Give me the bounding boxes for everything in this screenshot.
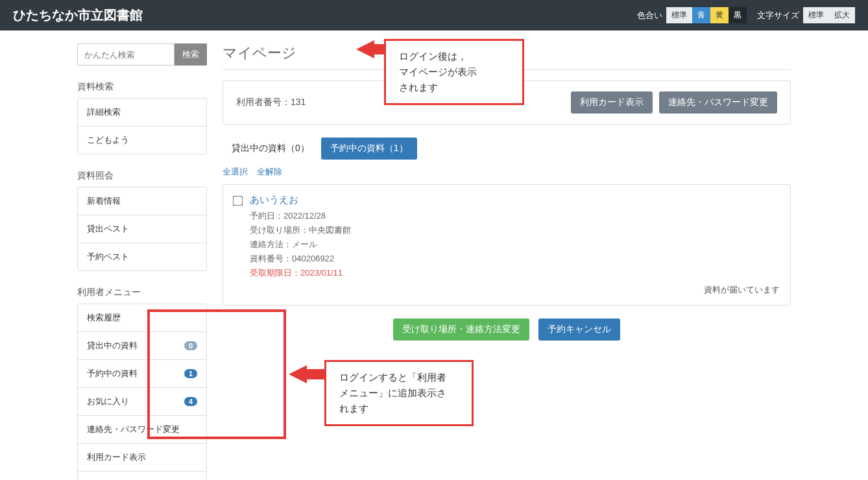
reservation-card: あいうえお 予約日：2022/12/28 受け取り場所：中央図書館 連絡方法：メ… bbox=[223, 184, 791, 306]
sidebar-item[interactable]: 予約中の資料1 bbox=[78, 360, 206, 388]
sidebar-item-label: 予約中の資料 bbox=[87, 368, 138, 379]
fontsize-standard[interactable]: 標準 bbox=[803, 7, 829, 23]
sidebar-item-label: 連絡先・パスワード変更 bbox=[87, 424, 180, 435]
reservation-status: 資料が届いています bbox=[234, 284, 780, 296]
cancel-reservation-button[interactable]: 予約キャンセル bbox=[538, 318, 620, 341]
sidebar-item[interactable]: 貸出ベスト bbox=[78, 215, 206, 243]
reservation-details: 予約日：2022/12/28 受け取り場所：中央図書館 連絡方法：メール 資料番… bbox=[250, 209, 351, 280]
fontsize-control: 文字サイズ 標準 拡大 bbox=[757, 7, 855, 23]
arrow-tail bbox=[373, 44, 385, 54]
arrow-left-icon bbox=[289, 365, 307, 383]
side-section: 資料照会新着情報貸出ベスト予約ベスト bbox=[77, 170, 207, 271]
show-card-button[interactable]: 利用カード表示 bbox=[571, 91, 653, 114]
count-badge: 4 bbox=[184, 397, 197, 406]
side-list: 新着情報貸出ベスト予約ベスト bbox=[77, 187, 207, 271]
sidebar-item[interactable]: 予約ベスト bbox=[78, 243, 206, 270]
side-section: 資料検索詳細検索こどもよう bbox=[77, 81, 207, 154]
side-list: 詳細検索こどもよう bbox=[77, 98, 207, 154]
user-number: 利用者番号：131 bbox=[236, 97, 306, 108]
color-yellow[interactable]: 黄 bbox=[710, 7, 729, 23]
sidebar-item-label: 予約ベスト bbox=[87, 251, 129, 263]
change-contact-button[interactable]: 連絡先・パスワード変更 bbox=[659, 91, 777, 114]
top-bar: ひたちなか市立図書館 色合い 標準 青 黄 黒 文字サイズ 標準 拡大 bbox=[0, 0, 868, 30]
callout-bottom: ログインすると「利用者 メニュー」に追加表示さ れます bbox=[324, 360, 474, 426]
change-pickup-button[interactable]: 受け取り場所・連絡方法変更 bbox=[393, 318, 529, 341]
sidebar-item-label: 検索履歴 bbox=[87, 312, 121, 324]
deselect-all-link[interactable]: 全解除 bbox=[257, 167, 282, 176]
sidebar-item[interactable]: 検索履歴 bbox=[78, 304, 206, 332]
color-standard[interactable]: 標準 bbox=[666, 7, 692, 23]
arrow-tail bbox=[306, 369, 325, 379]
select-controls: 全選択 全解除 bbox=[223, 166, 791, 178]
side-heading: 資料照会 bbox=[77, 170, 207, 182]
color-blue[interactable]: 青 bbox=[692, 7, 710, 23]
fontsize-label: 文字サイズ bbox=[757, 10, 799, 21]
sidebar-item[interactable]: 連絡先・パスワード変更 bbox=[78, 416, 206, 444]
side-list: 検索履歴貸出中の資料0予約中の資料1お気に入り4連絡先・パスワード変更利用カード… bbox=[77, 304, 207, 480]
reservation-actions: 受け取り場所・連絡方法変更 予約キャンセル bbox=[223, 318, 791, 341]
side-section: 利用者メニュー検索履歴貸出中の資料0予約中の資料1お気に入り4連絡先・パスワード… bbox=[77, 287, 207, 480]
fontsize-large[interactable]: 拡大 bbox=[829, 7, 855, 23]
tab-lending[interactable]: 貸出中の資料（0） bbox=[223, 138, 319, 160]
search-input[interactable] bbox=[77, 43, 175, 66]
pickup-location: 受け取り場所：中央図書館 bbox=[250, 223, 351, 237]
sidebar-item-label: 貸出中の資料 bbox=[87, 340, 138, 352]
sidebar-item-label: こどもよう bbox=[87, 134, 129, 146]
sidebar-item[interactable]: 新着情報 bbox=[78, 187, 206, 215]
sidebar-item[interactable]: 利用カード表示 bbox=[78, 444, 206, 472]
side-heading: 資料検索 bbox=[77, 81, 207, 93]
sidebar-item[interactable]: ログアウト bbox=[78, 472, 206, 480]
sidebar-item[interactable]: 貸出中の資料0 bbox=[78, 332, 206, 360]
reserve-date: 予約日：2022/12/28 bbox=[250, 209, 351, 223]
sidebar-item-label: 詳細検索 bbox=[87, 106, 121, 118]
search-button[interactable]: 検索 bbox=[175, 43, 207, 66]
color-label: 色合い bbox=[637, 10, 662, 21]
site-title: ひたちなか市立図書館 bbox=[13, 6, 143, 24]
sidebar-item-label: 新着情報 bbox=[87, 195, 121, 207]
contact-method: 連絡方法：メール bbox=[250, 237, 351, 252]
callout-top: ログイン後は， マイページが表示 されます bbox=[384, 39, 524, 105]
quick-search: 検索 bbox=[77, 43, 207, 66]
tab-reservation[interactable]: 予約中の資料（1） bbox=[321, 138, 417, 160]
count-badge: 1 bbox=[184, 369, 197, 378]
side-heading: 利用者メニュー bbox=[77, 287, 207, 298]
sidebar-item[interactable]: 詳細検索 bbox=[78, 99, 206, 126]
tabs: 貸出中の資料（0） 予約中の資料（1） bbox=[223, 138, 791, 160]
count-badge: 0 bbox=[184, 341, 197, 350]
reservation-checkbox[interactable] bbox=[233, 196, 243, 206]
sidebar-item-label: 利用カード表示 bbox=[87, 451, 146, 463]
sidebar-item[interactable]: こどもよう bbox=[78, 126, 206, 154]
color-control: 色合い 標準 青 黄 黒 bbox=[637, 7, 747, 23]
sidebar-item[interactable]: お気に入り4 bbox=[78, 388, 206, 416]
select-all-link[interactable]: 全選択 bbox=[223, 167, 248, 176]
sidebar: 検索 資料検索詳細検索こどもよう資料照会新着情報貸出ベスト予約ベスト利用者メニュ… bbox=[77, 43, 207, 480]
color-black[interactable]: 黒 bbox=[729, 7, 747, 23]
pickup-due: 受取期限日：2023/01/11 bbox=[250, 266, 351, 280]
sidebar-item-label: お気に入り bbox=[87, 396, 129, 407]
display-controls: 色合い 標準 青 黄 黒 文字サイズ 標準 拡大 bbox=[637, 7, 855, 23]
reservation-title[interactable]: あいうえお bbox=[250, 194, 351, 206]
material-number: 資料番号：040206922 bbox=[250, 252, 351, 266]
sidebar-item-label: 貸出ベスト bbox=[87, 223, 129, 235]
main-content: マイページ 利用者番号：131 利用カード表示 連絡先・パスワード変更 貸出中の… bbox=[223, 43, 791, 480]
arrow-left-icon bbox=[356, 40, 374, 58]
